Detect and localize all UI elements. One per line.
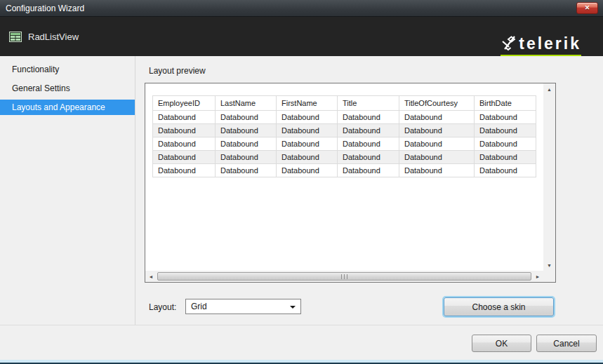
telerik-mark-icon	[501, 35, 517, 53]
table-cell: Databound	[399, 137, 475, 151]
column-header: FirstName	[277, 96, 338, 111]
preview-table: EmployeeIDLastNameFirstNameTitleTitleOfC…	[152, 95, 536, 177]
table-cell: Databound	[475, 164, 536, 177]
scrollbar-corner	[543, 271, 555, 282]
table-cell: Databound	[399, 151, 475, 164]
vertical-scrollbar[interactable]: ▲ ▼	[543, 83, 555, 271]
scroll-down-icon[interactable]: ▼	[544, 259, 555, 271]
table-cell: Databound	[216, 111, 277, 124]
wizard-header: RadListView telerik	[0, 17, 603, 56]
telerik-wordmark: telerik	[519, 36, 581, 52]
table-row: DataboundDataboundDataboundDataboundData…	[153, 111, 536, 124]
telerik-logo: telerik	[501, 35, 581, 57]
table-cell: Databound	[338, 124, 399, 137]
layout-preview-label: Layout preview	[149, 66, 603, 76]
table-cell: Databound	[216, 164, 277, 177]
table-cell: Databound	[475, 137, 536, 151]
horizontal-scroll-track[interactable]	[157, 271, 532, 282]
close-icon: ✕	[585, 5, 590, 11]
table-cell: Databound	[153, 151, 216, 164]
horizontal-scrollbar[interactable]: ◄ ►	[145, 271, 543, 282]
table-cell: Databound	[277, 137, 338, 151]
configuration-wizard-window: Configuration Wizard ✕ RadListView	[0, 0, 603, 364]
window-bottom-border	[0, 360, 603, 364]
scroll-up-icon[interactable]: ▲	[544, 83, 555, 95]
table-row: DataboundDataboundDataboundDataboundData…	[153, 164, 536, 177]
table-cell: Databound	[153, 111, 216, 124]
table-row: DataboundDataboundDataboundDataboundData…	[153, 151, 536, 164]
table-cell: Databound	[153, 137, 216, 151]
layout-preview-panel: EmployeeIDLastNameFirstNameTitleTitleOfC…	[145, 83, 556, 283]
table-cell: Databound	[338, 137, 399, 151]
table-cell: Databound	[475, 111, 536, 124]
choose-skin-button[interactable]: Choose a skin	[444, 297, 554, 316]
table-cell: Databound	[216, 124, 277, 137]
table-row: DataboundDataboundDataboundDataboundData…	[153, 124, 536, 137]
layout-selection-row: Layout: Grid Choose a skin	[135, 297, 603, 318]
table-cell: Databound	[277, 124, 338, 137]
table-row: DataboundDataboundDataboundDataboundData…	[153, 137, 536, 151]
table-cell: Databound	[338, 164, 399, 177]
table-cell: Databound	[277, 151, 338, 164]
column-header: Title	[338, 96, 399, 111]
table-cell: Databound	[153, 164, 216, 177]
column-header: EmployeeID	[153, 96, 216, 111]
wizard-step-list: Functionality General Settins Layouts an…	[0, 56, 135, 325]
wizard-body: Functionality General Settins Layouts an…	[0, 56, 603, 325]
column-header: LastName	[216, 96, 277, 111]
scroll-left-icon[interactable]: ◄	[145, 271, 157, 282]
column-header: TitleOfCourtesy	[399, 96, 475, 111]
layout-label: Layout:	[149, 302, 176, 312]
table-cell: Databound	[399, 164, 475, 177]
scroll-grip-icon	[341, 274, 347, 279]
table-cell: Databound	[338, 151, 399, 164]
table-cell: Databound	[475, 151, 536, 164]
table-cell: Databound	[399, 124, 475, 137]
title-bar[interactable]: Configuration Wizard ✕	[0, 0, 603, 17]
preview-table-header-row: EmployeeIDLastNameFirstNameTitleTitleOfC…	[153, 96, 536, 111]
table-cell: Databound	[475, 124, 536, 137]
table-cell: Databound	[399, 111, 475, 124]
table-cell: Databound	[216, 137, 277, 151]
sidebar-item-general-settings[interactable]: General Settins	[0, 81, 135, 96]
listview-grid-icon	[9, 32, 22, 42]
table-cell: Databound	[153, 124, 216, 137]
sidebar-item-functionality[interactable]: Functionality	[0, 62, 135, 77]
footer-bar: OK Cancel	[0, 325, 603, 360]
layout-dropdown-value: Grid	[191, 302, 207, 311]
chevron-down-icon	[290, 306, 296, 309]
sidebar-item-layouts-appearance[interactable]: Layouts and Appearance	[0, 100, 135, 115]
table-cell: Databound	[338, 111, 399, 124]
table-cell: Databound	[216, 151, 277, 164]
table-cell: Databound	[277, 111, 338, 124]
ok-button[interactable]: OK	[472, 335, 531, 352]
layout-dropdown[interactable]: Grid	[185, 299, 301, 314]
scroll-right-icon[interactable]: ►	[532, 271, 543, 282]
content-panel: Layout preview EmployeeIDLastNameFirstNa…	[135, 56, 603, 325]
table-cell: Databound	[277, 164, 338, 177]
control-name-label: RadListView	[28, 32, 79, 42]
column-header: BirthDate	[475, 96, 536, 111]
close-button[interactable]: ✕	[576, 2, 598, 14]
horizontal-scroll-thumb[interactable]	[157, 272, 531, 281]
cancel-button[interactable]: Cancel	[536, 335, 597, 352]
window-title: Configuration Wizard	[6, 4, 84, 13]
